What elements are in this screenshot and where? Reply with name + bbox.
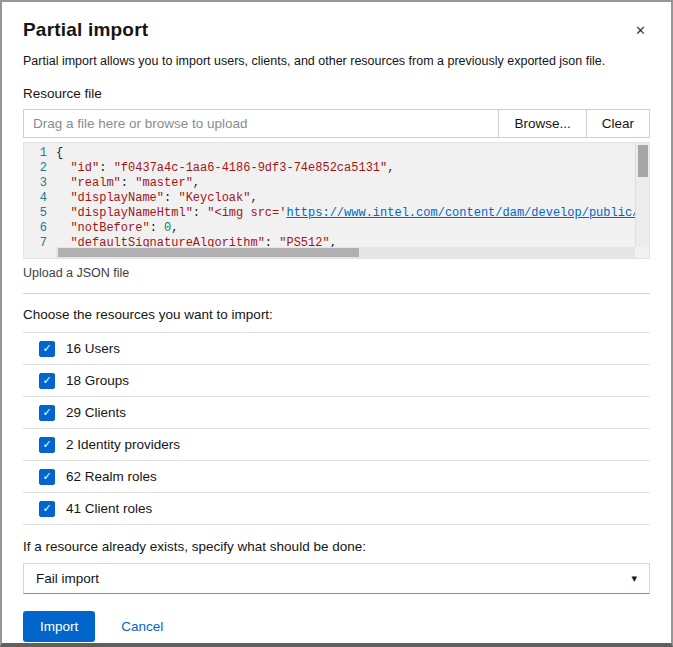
policy-selected-value: Fail import [36, 571, 99, 586]
resource-label: 29 Clients [66, 404, 126, 421]
policy-select[interactable]: Fail import ▾ [23, 563, 650, 594]
modal-header: Partial import ✕ [23, 19, 650, 41]
close-button[interactable]: ✕ [631, 21, 650, 40]
vertical-scrollbar[interactable] [635, 143, 649, 247]
resource-label: 41 Client roles [66, 500, 152, 517]
upload-helper-text: Upload a JSON file [23, 266, 650, 280]
modal-description: Partial import allows you to import user… [23, 54, 650, 68]
resource-label: 2 Identity providers [66, 436, 180, 453]
choose-resources-label: Choose the resources you want to import: [23, 306, 650, 323]
import-button[interactable]: Import [23, 611, 95, 642]
resource-checkbox[interactable]: ✓ [39, 405, 55, 421]
resource-label: 18 Groups [66, 372, 129, 389]
browse-button[interactable]: Browse... [498, 110, 585, 137]
caret-down-icon: ▾ [631, 572, 637, 585]
resource-list: ✓ 16 Users ✓ 18 Groups ✓ 29 Clients ✓ 2 … [23, 332, 650, 525]
resource-checkbox[interactable]: ✓ [39, 469, 55, 485]
policy-label: If a resource already exists, specify wh… [23, 538, 650, 555]
cancel-button[interactable]: Cancel [121, 619, 163, 634]
resource-row: ✓ 16 Users [23, 333, 650, 365]
vertical-scrollbar-thumb[interactable] [638, 145, 648, 177]
modal-footer: Import Cancel [23, 611, 650, 647]
editor-code[interactable]: { "id": "f0437a4c-1aa6-4186-9df3-74e852c… [56, 143, 649, 258]
resource-checkbox[interactable]: ✓ [39, 437, 55, 453]
close-icon: ✕ [635, 23, 646, 38]
file-upload-input[interactable] [24, 110, 498, 137]
partial-import-modal: Partial import ✕ Partial import allows y… [2, 2, 671, 647]
resource-row: ✓ 41 Client roles [23, 493, 650, 525]
resource-row: ✓ 18 Groups [23, 365, 650, 397]
resource-file-label: Resource file [23, 85, 650, 102]
resource-checkbox[interactable]: ✓ [39, 341, 55, 357]
horizontal-scrollbar-thumb[interactable] [58, 248, 359, 257]
modal-title: Partial import [23, 19, 148, 41]
resource-label: 62 Realm roles [66, 468, 157, 485]
file-upload-row: Browse... Clear [23, 109, 650, 138]
resource-checkbox[interactable]: ✓ [39, 501, 55, 517]
resource-row: ✓ 29 Clients [23, 397, 650, 429]
horizontal-scrollbar[interactable] [56, 247, 635, 258]
resource-checkbox[interactable]: ✓ [39, 373, 55, 389]
resource-label: 16 Users [66, 340, 120, 357]
clear-button[interactable]: Clear [586, 110, 649, 137]
resource-row: ✓ 2 Identity providers [23, 429, 650, 461]
editor-gutter: 1234567 [24, 143, 56, 258]
json-preview-editor[interactable]: 1234567 { "id": "f0437a4c-1aa6-4186-9df3… [23, 142, 650, 259]
divider [23, 293, 650, 294]
resource-row: ✓ 62 Realm roles [23, 461, 650, 493]
